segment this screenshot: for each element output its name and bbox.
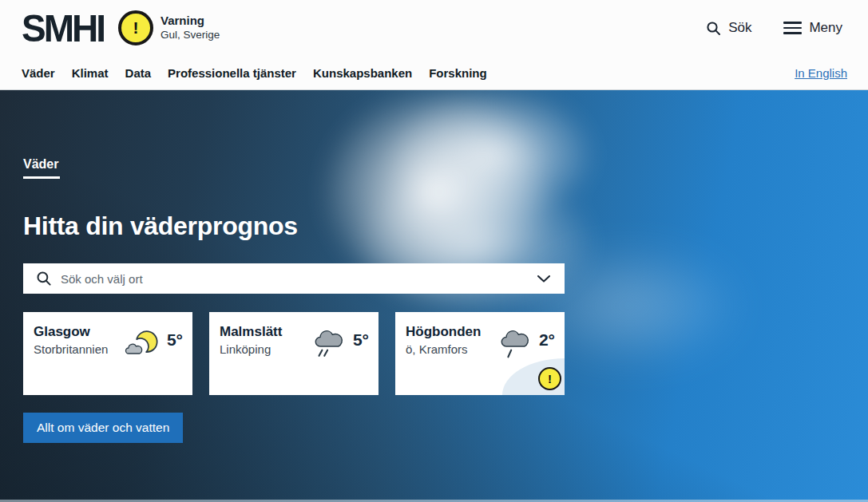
language-link[interactable]: In English xyxy=(795,66,847,80)
location-name: Glasgow xyxy=(34,323,108,341)
search-icon xyxy=(36,271,52,287)
temperature: 5° xyxy=(353,326,369,354)
rain-cloud-icon xyxy=(311,326,347,362)
hamburger-icon xyxy=(783,22,802,34)
warning-exclamation: ! xyxy=(548,372,552,385)
cta-button[interactable]: Allt om väder och vatten xyxy=(23,413,183,443)
location-search[interactable] xyxy=(23,263,565,294)
location-search-input[interactable] xyxy=(61,272,536,286)
moon-cloud-icon xyxy=(125,326,161,362)
warning-subtitle: Gul, Sverige xyxy=(161,29,220,42)
chevron-down-icon[interactable] xyxy=(536,272,552,286)
location-region: Linköping xyxy=(220,342,282,356)
nav-item-professionella-tjanster[interactable]: Professionella tjänster xyxy=(168,66,296,80)
nav-item-forskning[interactable]: Forskning xyxy=(429,66,487,80)
header-search-label: Sök xyxy=(728,20,751,36)
weather-card-hogbonden[interactable]: Högbonden ö, Kramfors 2° xyxy=(395,312,565,395)
smhi-logo[interactable]: SMHI xyxy=(22,9,104,48)
location-region: ö, Kramfors xyxy=(406,342,481,356)
page-title: Hitta din väderprognos xyxy=(23,211,565,241)
section-label-underline xyxy=(23,176,60,179)
location-region: Storbritannien xyxy=(34,342,108,356)
search-icon xyxy=(706,21,721,36)
light-rain-cloud-icon xyxy=(497,326,533,362)
header-search-button[interactable]: Sök xyxy=(706,20,751,36)
temperature: 5° xyxy=(167,326,183,354)
menu-label: Meny xyxy=(809,20,842,36)
location-name: Malmslätt xyxy=(220,323,282,341)
weather-card-glasgow[interactable]: Glasgow Storbritannien 5° xyxy=(23,312,192,395)
nav-item-kunskapsbanken[interactable]: Kunskapsbanken xyxy=(313,66,412,80)
nav-item-data[interactable]: Data xyxy=(125,66,152,80)
warning-title: Varning xyxy=(161,14,220,29)
weather-card-malmslatt[interactable]: Malmslätt Linköping 5° xyxy=(209,312,379,395)
nav-item-klimat[interactable]: Klimat xyxy=(72,66,109,80)
location-name: Högbonden xyxy=(406,323,481,341)
main-nav: Väder Klimat Data Professionella tjänste… xyxy=(0,56,868,90)
warning-icon: ! xyxy=(118,10,153,45)
nav-item-vader[interactable]: Väder xyxy=(22,66,55,80)
temperature: 2° xyxy=(539,326,555,354)
site-header: SMHI ! Varning Gul, Sverige Sök xyxy=(0,0,868,56)
warning-banner[interactable]: ! Varning Gul, Sverige xyxy=(118,10,220,45)
section-label-vader[interactable]: Väder xyxy=(23,157,58,172)
favorite-locations: Glasgow Storbritannien 5° xyxy=(23,312,565,395)
smhi-homepage: SMHI ! Varning Gul, Sverige Sök xyxy=(0,0,868,502)
hero-section: Väder Hitta din väderprognos xyxy=(0,90,868,502)
warning-icon: ! xyxy=(538,367,561,390)
menu-button[interactable]: Meny xyxy=(783,20,842,36)
warning-exclamation: ! xyxy=(133,18,139,38)
